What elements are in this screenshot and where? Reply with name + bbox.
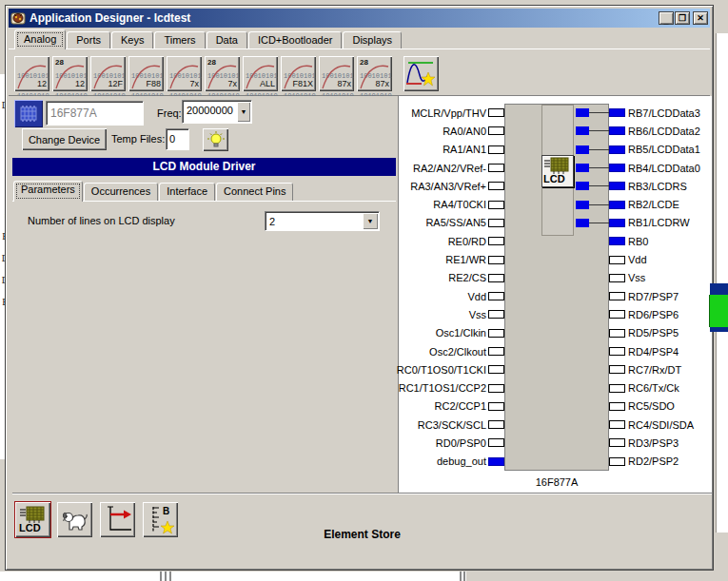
main-tab[interactable]: Ports bbox=[67, 31, 110, 48]
pin-row: Osc2/Clkout bbox=[399, 342, 504, 360]
device-family-button[interactable]: 10010101 10101010 10101 28 87x bbox=[357, 56, 392, 91]
chip-icon bbox=[18, 105, 39, 124]
lcd-lines-combo[interactable]: 2 ▼ bbox=[265, 211, 380, 231]
pin-label: RE2/CS bbox=[448, 272, 486, 283]
waveform-designer-button[interactable] bbox=[403, 56, 439, 91]
pin-label: Vdd bbox=[467, 291, 486, 302]
pin[interactable] bbox=[488, 145, 504, 154]
pin[interactable] bbox=[488, 347, 504, 356]
pin[interactable] bbox=[488, 292, 504, 300]
main-tab[interactable]: Analog bbox=[14, 29, 66, 49]
device-name-field[interactable]: 16F877A bbox=[46, 101, 144, 126]
pin-row: RB7/LCDData3 bbox=[576, 104, 713, 122]
freq-combo[interactable]: 20000000 ▼ bbox=[182, 100, 252, 124]
element-connection-node bbox=[576, 219, 589, 227]
pin[interactable] bbox=[488, 219, 504, 227]
pin[interactable] bbox=[609, 457, 625, 466]
device-family-button[interactable]: 10010101 10101010 10101 F81X bbox=[281, 56, 316, 91]
desktop: sDltrtsBDDB Application Designer - lcdte… bbox=[0, 0, 728, 581]
device-family-button[interactable]: 10010101 10101010 10101 12F bbox=[90, 56, 126, 91]
module-tab[interactable]: Occurrences bbox=[84, 183, 158, 201]
module-tab[interactable]: Connect Pins bbox=[216, 183, 293, 201]
chip-right-pins: RB7/LCDData3 RB6/LCDData2 bbox=[576, 104, 713, 471]
pin[interactable] bbox=[488, 438, 504, 447]
module-tab[interactable]: Parameters bbox=[13, 181, 83, 202]
pin[interactable] bbox=[609, 310, 625, 319]
device-family-button[interactable]: 10010101 10101010 10101 F88 bbox=[128, 56, 164, 91]
pin-row: RA2/AN2/VRef- bbox=[399, 159, 504, 177]
lcd-module-icon: LCD bbox=[542, 156, 573, 186]
pin[interactable] bbox=[609, 126, 625, 135]
pin[interactable] bbox=[488, 274, 504, 282]
module-tab[interactable]: Interface bbox=[159, 183, 215, 201]
pin[interactable] bbox=[609, 420, 625, 429]
device-family-button[interactable]: 10010101 10101010 10101 28 7x bbox=[205, 56, 240, 91]
pin[interactable] bbox=[609, 384, 625, 393]
pin[interactable] bbox=[488, 365, 504, 374]
change-device-button[interactable]: Change Device bbox=[22, 128, 107, 150]
background-window-bottom-edge bbox=[0, 571, 728, 581]
main-tab[interactable]: Displays bbox=[343, 31, 402, 48]
pin[interactable] bbox=[488, 237, 504, 245]
minimize-button[interactable]: _ bbox=[659, 11, 674, 25]
pin[interactable] bbox=[488, 420, 504, 429]
pin[interactable] bbox=[609, 274, 625, 282]
pin[interactable] bbox=[609, 365, 625, 374]
pin[interactable] bbox=[488, 384, 504, 393]
close-button[interactable]: ✕ bbox=[693, 11, 708, 25]
maximize-button[interactable]: ❐ bbox=[675, 11, 690, 25]
pin[interactable] bbox=[609, 219, 625, 227]
pin[interactable] bbox=[609, 329, 625, 338]
pin[interactable] bbox=[488, 201, 504, 209]
pin[interactable] bbox=[609, 402, 625, 411]
pin[interactable] bbox=[488, 457, 504, 466]
pin-row: RD4/PSP4 bbox=[576, 342, 713, 360]
content-area: 16F877A Freq: 20000000 ▼ Change Device T… bbox=[9, 96, 712, 569]
chevron-down-icon[interactable]: ▼ bbox=[363, 213, 378, 229]
main-tab[interactable]: Timers bbox=[154, 31, 205, 48]
pin-row: RB3/LCDRS bbox=[576, 177, 713, 195]
pin[interactable] bbox=[609, 347, 625, 356]
pin[interactable] bbox=[488, 182, 504, 190]
titlebar[interactable]: Application Designer - lcdtest _ ❐ ✕ bbox=[9, 9, 710, 28]
device-chip-button[interactable] bbox=[14, 100, 43, 127]
pin[interactable] bbox=[488, 164, 504, 172]
main-tab[interactable]: Keys bbox=[111, 31, 153, 48]
device-family-button[interactable]: 10010101 10101010 10101 7x bbox=[167, 56, 202, 91]
param-label: Number of lines on LCD display bbox=[28, 215, 175, 226]
pin-label: RC7/Rx/DT bbox=[628, 364, 681, 376]
freq-label: Freq: bbox=[157, 107, 182, 119]
main-tab-bar: Analog Ports Keys Timers Data bbox=[14, 29, 403, 48]
pin-row: debug_out bbox=[399, 453, 504, 471]
lcd-element[interactable]: LCD bbox=[541, 155, 574, 187]
pin-row: RC1/T1OS1/CCP2 bbox=[399, 378, 504, 397]
pin[interactable] bbox=[609, 292, 625, 300]
pin[interactable] bbox=[488, 329, 504, 338]
temp-files-field[interactable]: 0 bbox=[166, 128, 189, 150]
main-tab[interactable]: Data bbox=[207, 31, 247, 48]
pin-row: RE2/CS bbox=[399, 269, 504, 287]
chevron-down-icon[interactable]: ▼ bbox=[237, 102, 250, 122]
pin[interactable] bbox=[609, 237, 625, 245]
pin[interactable] bbox=[488, 108, 504, 117]
pin[interactable] bbox=[609, 256, 625, 264]
pin[interactable] bbox=[609, 108, 625, 117]
device-family-button[interactable]: 10010101 10101010 10101 12 bbox=[14, 56, 49, 91]
pin[interactable] bbox=[609, 164, 625, 172]
hint-bulb-button[interactable] bbox=[203, 128, 228, 151]
pin[interactable] bbox=[488, 256, 504, 264]
pin[interactable] bbox=[488, 126, 504, 135]
module-header: LCD Module Driver bbox=[12, 158, 396, 176]
pin[interactable] bbox=[609, 182, 625, 190]
pin[interactable] bbox=[609, 438, 625, 447]
main-tab[interactable]: ICD+Bootloader bbox=[248, 31, 343, 48]
pin[interactable] bbox=[488, 402, 504, 411]
device-family-button[interactable]: 10010101 10101010 10101 28 12 bbox=[52, 56, 88, 91]
pin-row: RC2/CCP1 bbox=[399, 397, 504, 416]
device-family-button[interactable]: 10010101 10101010 10101 ALL bbox=[243, 56, 278, 91]
device-family-button[interactable]: 10010101 10101010 10101 87x bbox=[319, 56, 354, 91]
pin[interactable] bbox=[609, 145, 625, 154]
pin-row: MCLR/Vpp/THV bbox=[399, 104, 504, 122]
pin[interactable] bbox=[488, 310, 504, 319]
pin[interactable] bbox=[609, 201, 625, 209]
